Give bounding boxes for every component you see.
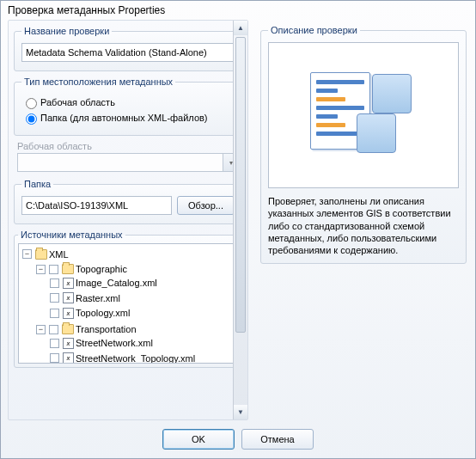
- minus-icon[interactable]: −: [36, 265, 46, 274]
- browse-button[interactable]: Обзор...: [177, 196, 235, 215]
- tree-label: StreetNetwork.xml: [76, 336, 153, 350]
- workspace-combo-input: [18, 154, 223, 171]
- minus-icon[interactable]: −: [36, 325, 46, 334]
- tree-label: Topographic: [76, 262, 127, 276]
- xml-file-icon: [63, 308, 74, 319]
- xml-file-icon: [63, 292, 74, 303]
- illustration-icon: [303, 64, 424, 167]
- tree-branch-transportation[interactable]: − Transportation: [36, 321, 235, 364]
- tree-root[interactable]: − XML −: [22, 246, 235, 364]
- minus-icon[interactable]: −: [22, 249, 32, 259]
- xml-file-icon: [63, 338, 74, 349]
- tree-label: Topology.xml: [76, 306, 130, 320]
- check-name-legend: Название проверки: [21, 26, 112, 36]
- check-name-input[interactable]: [21, 43, 235, 62]
- tree-label: Raster.xml: [76, 291, 120, 305]
- xml-file-icon: [63, 352, 74, 364]
- radio-workspace-label: Рабочая область: [40, 97, 115, 107]
- location-type-legend: Тип местоположения метаданных: [21, 76, 175, 87]
- folder-path-input[interactable]: [21, 196, 172, 215]
- radio-folder-input[interactable]: [26, 113, 37, 125]
- right-panel: Описание проверки Проверя: [255, 20, 472, 420]
- folder-group: Папка Обзор...: [14, 179, 242, 224]
- tree-label: Image_Catalog.xml: [76, 276, 157, 290]
- sources-group: Источники метаданных − XML: [14, 230, 242, 368]
- dialog-footer: OK Отмена: [1, 420, 475, 458]
- dialog-window: Проверка метаданных Properties Название …: [0, 0, 476, 459]
- left-panel-scrollbar[interactable]: ▲ ▼: [233, 21, 247, 419]
- checkbox[interactable]: [50, 339, 59, 348]
- checkbox[interactable]: [50, 309, 59, 318]
- dialog-title: Проверка метаданных Properties: [1, 1, 475, 16]
- scroll-thumb[interactable]: [235, 37, 246, 333]
- checkbox[interactable]: [49, 325, 58, 334]
- tree-leaf[interactable]: StreetNetwork_Topology.xml: [50, 352, 235, 364]
- checkbox[interactable]: [50, 278, 59, 288]
- radio-folder-label: Папка (для автономных XML-файлов): [40, 113, 208, 123]
- tree-label: StreetNetwork_Topology.xml: [76, 352, 195, 364]
- checkbox[interactable]: [49, 265, 58, 274]
- description-text: Проверяет, заполнены ли описания указанн…: [268, 195, 459, 256]
- scroll-up-button[interactable]: ▲: [234, 21, 247, 35]
- scroll-track[interactable]: [234, 35, 247, 405]
- left-panel: Название проверки Тип местоположения мет…: [8, 20, 248, 420]
- sources-legend: Источники метаданных: [18, 230, 125, 240]
- folder-open-icon: [35, 249, 47, 260]
- location-type-group: Тип местоположения метаданных Рабочая об…: [14, 76, 242, 136]
- dialog-content: Название проверки Тип местоположения мет…: [1, 16, 475, 420]
- tree-leaf[interactable]: Image_Catalog.xml: [50, 276, 235, 291]
- cancel-button[interactable]: Отмена: [241, 429, 314, 450]
- check-name-group: Название проверки: [14, 26, 242, 71]
- tree-root-label: XML: [49, 248, 69, 261]
- tree-branch-topographic[interactable]: − Topographic: [36, 261, 235, 321]
- radio-workspace[interactable]: Рабочая область: [21, 95, 235, 109]
- folder-open-icon: [62, 264, 74, 274]
- folder-legend: Папка: [21, 179, 53, 189]
- description-group: Описание проверки Проверя: [260, 25, 467, 264]
- sources-tree[interactable]: − XML −: [18, 243, 238, 364]
- workspace-combo[interactable]: ▾: [17, 153, 239, 172]
- ok-button[interactable]: OK: [162, 429, 235, 450]
- checkbox[interactable]: [50, 353, 59, 363]
- workspace-label: Рабочая область: [17, 141, 242, 151]
- chevron-down-icon: ▾: [229, 159, 233, 167]
- radio-workspace-input[interactable]: [26, 98, 37, 109]
- scroll-down-button[interactable]: ▼: [234, 405, 247, 419]
- description-legend: Описание проверки: [268, 25, 360, 35]
- description-image: [268, 42, 459, 188]
- tree-leaf[interactable]: Topology.xml: [50, 306, 235, 321]
- checkbox[interactable]: [50, 293, 59, 303]
- folder-open-icon: [62, 324, 74, 334]
- xml-file-icon: [63, 278, 74, 289]
- tree-leaf[interactable]: Raster.xml: [50, 291, 235, 307]
- tree-label: Transportation: [76, 322, 137, 336]
- tree-leaf[interactable]: StreetNetwork.xml: [50, 336, 235, 352]
- radio-folder[interactable]: Папка (для автономных XML-файлов): [21, 111, 235, 125]
